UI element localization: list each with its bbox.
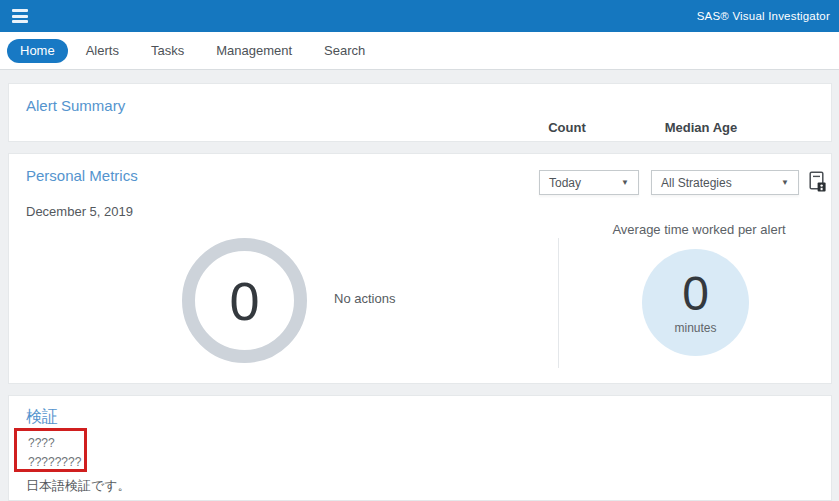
alert-summary-card: Alert Summary Count Median Age	[8, 83, 832, 142]
validation-card: 検証 ???? ???????? 日本語検証です。	[8, 395, 832, 501]
average-time-title: Average time worked per alert	[612, 222, 785, 237]
personal-metrics-title: Personal Metrics	[26, 167, 138, 184]
alert-summary-title: Alert Summary	[26, 97, 125, 114]
average-time-unit: minutes	[674, 321, 716, 335]
top-bar: SAS® Visual Investigator	[0, 0, 839, 32]
actions-label: No actions	[334, 291, 395, 306]
chevron-down-icon: ▼	[621, 179, 629, 187]
menu-icon[interactable]	[12, 9, 28, 23]
app-title: SAS® Visual Investigator	[697, 0, 830, 32]
validation-note: 日本語検証です。	[26, 477, 131, 495]
actions-count: 0	[229, 274, 259, 328]
period-select[interactable]: Today ▼	[539, 170, 639, 195]
column-header-median-age: Median Age	[665, 120, 737, 135]
tab-search[interactable]: Search	[319, 43, 370, 58]
strategy-select[interactable]: All Strategies ▼	[651, 170, 799, 195]
average-time-value: 0	[682, 270, 709, 318]
period-select-value: Today	[549, 176, 581, 190]
column-header-count: Count	[548, 120, 586, 135]
metrics-date: December 5, 2019	[26, 204, 133, 219]
tab-management[interactable]: Management	[211, 43, 297, 58]
tab-alerts[interactable]: Alerts	[81, 43, 124, 58]
tab-tasks[interactable]: Tasks	[146, 43, 189, 58]
highlight-annotation-box: ???? ????????	[14, 428, 87, 472]
strategy-select-value: All Strategies	[661, 176, 732, 190]
validation-title: 検証	[26, 407, 58, 428]
app-window: SAS® Visual Investigator Home Alerts Tas…	[0, 0, 839, 501]
chevron-down-icon: ▼	[781, 179, 789, 187]
personal-metrics-card: Personal Metrics December 5, 2019 Today …	[8, 153, 832, 384]
garbled-text-line1: ????	[28, 434, 84, 453]
report-icon[interactable]	[807, 170, 829, 194]
actions-donut: 0	[182, 238, 307, 363]
primary-nav: Home Alerts Tasks Management Search	[0, 32, 839, 70]
garbled-text-line2: ????????	[28, 453, 84, 472]
tab-home[interactable]: Home	[7, 39, 68, 63]
vertical-divider	[558, 238, 559, 368]
average-time-circle: 0 minutes	[642, 249, 749, 356]
